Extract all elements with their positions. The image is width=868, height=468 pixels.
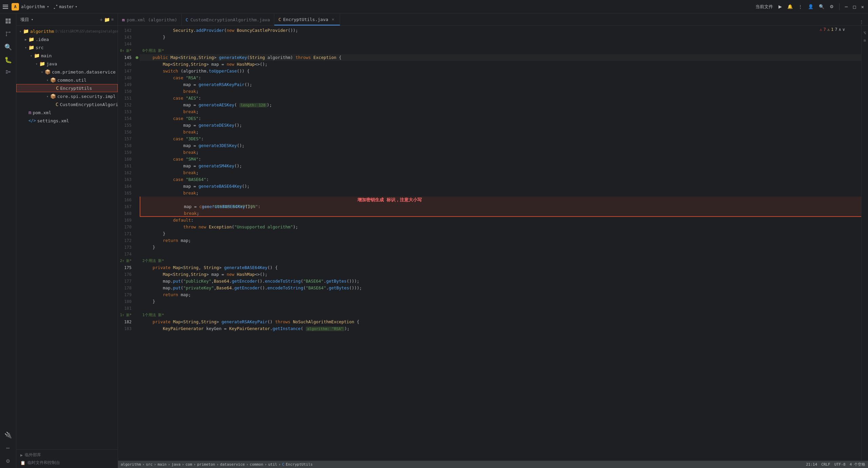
more-options-button[interactable]: ⋮ — [797, 3, 804, 11]
branch-badge[interactable]: master ▾ — [54, 4, 77, 9]
tree-item-com-primeton[interactable]: ▾ 📦 com.primeton.dataservice — [16, 68, 118, 76]
status-encoding[interactable]: UTF-8 — [834, 462, 846, 467]
code-area[interactable]: Security.addProvider(new BouncyCastlePro… — [140, 26, 861, 461]
right-panel-structure-icon[interactable]: ⌥ — [862, 30, 868, 36]
line-num-168: 168 — [119, 210, 132, 217]
activity-git-icon[interactable] — [2, 28, 14, 40]
code-line-169: default: — [140, 217, 861, 224]
current-file-menu[interactable]: 当前文件 — [754, 2, 774, 11]
activity-debug-icon[interactable]: 🐛 — [2, 54, 14, 66]
tree-item-main[interactable]: ▾ 📁 main — [16, 52, 118, 60]
tab-close-encrypt-utils[interactable]: ✕ — [330, 17, 336, 22]
line-num-156: 156 — [119, 129, 132, 136]
title-bar-right: 当前文件 ▶ 🔔 ⋮ 👤 🔍 ⚙ ─ □ ✕ — [754, 2, 865, 11]
tree-item-common-util[interactable]: ▾ 📦 common.util — [16, 76, 118, 84]
line-num-165: 165 — [119, 190, 132, 197]
code-line-148: case "RSA": — [140, 75, 861, 81]
code-line-180: } — [140, 298, 861, 305]
collapse-all-icon[interactable]: ≡ — [111, 17, 114, 22]
tab-more-options[interactable]: ⋮ — [858, 19, 865, 25]
xml-icon-pom: m — [28, 110, 31, 115]
app-logo: A — [12, 3, 19, 11]
status-position[interactable]: 21:14 — [806, 462, 817, 467]
activity-more-icon[interactable]: ⋯ — [2, 442, 14, 454]
activity-plugins-icon[interactable]: 🔌 — [2, 429, 14, 441]
minimize-button[interactable]: ─ — [844, 4, 849, 9]
code-line-164: map = generateBASE64Key(); — [140, 183, 861, 190]
right-panel-bookmark-icon[interactable]: m — [862, 37, 868, 43]
line-num-150: 150 — [119, 88, 132, 95]
code-line-176: Map<String,String> map = new HashMap<>()… — [140, 271, 861, 278]
search-button[interactable]: 🔍 — [817, 3, 826, 11]
close-button[interactable]: ✕ — [860, 4, 865, 9]
line-num-144: 144 — [119, 41, 132, 47]
tree-arrow-algorithm: ▾ — [18, 29, 23, 33]
folder-icon-main: 📁 — [34, 53, 40, 58]
code-line-173: } — [140, 244, 861, 251]
new-folder-icon[interactable]: 📁 — [104, 17, 110, 22]
code-line-144 — [140, 41, 861, 47]
tab-encrypt-utils[interactable]: C EncryptUtils.java ✕ — [274, 14, 340, 25]
editor-area: m pom.xml (algorithm) C CustomEncryption… — [118, 14, 868, 468]
line-num-154: 154 — [119, 115, 132, 122]
tree-item-encrypt-utils[interactable]: C EncryptUtils — [16, 84, 118, 92]
line-num-175: 175 — [119, 264, 132, 271]
line-num-145: 145 — [119, 54, 132, 61]
code-line-170: throw new Exception("Unsupported algorit… — [140, 224, 861, 230]
code-line-145: public Map<String,String> generateKey(St… — [140, 54, 861, 61]
breadcrumb-com: com — [185, 462, 192, 467]
fold-down-icon[interactable]: ∨ — [843, 27, 845, 32]
tree-item-idea[interactable]: ▶ 📁 .idea — [16, 35, 118, 43]
status-indent[interactable]: 4 个空格 — [850, 462, 865, 467]
branch-dropdown-arrow[interactable]: ▾ — [75, 5, 77, 8]
tree-item-custom-encryption[interactable]: C CustomEncryptionAlgorithm — [16, 100, 118, 108]
status-line-ending[interactable]: CRLF — [821, 462, 830, 467]
tree-item-src[interactable]: ▾ 📁 src — [16, 43, 118, 52]
code-line-154: case "DES": — [140, 115, 861, 122]
breadcrumb-dataservice: dataservice — [220, 462, 245, 467]
activity-settings-icon[interactable]: ⚙ — [2, 454, 14, 467]
code-line-146: Map<String,String> map = new HashMap<>()… — [140, 61, 861, 68]
tree-item-algorithm-root[interactable]: ▾ 📁 algorithm D:\Git\GRCM\GS\dataengine\… — [16, 27, 118, 35]
temp-files-item[interactable]: 📋 临时文件和控制台 — [16, 459, 118, 467]
code-line-143: } — [140, 34, 861, 41]
activity-project-icon[interactable] — [2, 15, 14, 27]
line-num-147: 147 — [119, 68, 132, 75]
notification-button[interactable]: 🔔 — [786, 3, 794, 11]
activity-bar: 🔍 🐛 🔌 ⋯ ⚙ — [0, 14, 16, 468]
settings-button[interactable]: ⚙ — [828, 3, 835, 11]
account-button[interactable]: 👤 — [807, 3, 815, 11]
svg-rect-5 — [8, 71, 10, 73]
error-icon: ⚠ — [820, 27, 822, 32]
tree-arrow-core-spi: ▾ — [45, 95, 50, 98]
hamburger-menu[interactable] — [3, 3, 9, 10]
new-file-icon[interactable]: + — [100, 17, 102, 22]
tree-label-settings: settings.xml — [37, 118, 69, 123]
line-num-153: 153 — [119, 108, 132, 115]
external-libs-item[interactable]: ▶ 临外部库 — [16, 451, 118, 459]
breadcrumb-util: util — [268, 462, 277, 467]
project-header-arrow[interactable]: ▾ — [31, 18, 33, 21]
tab-pom-xml[interactable]: m pom.xml (algorithm) — [118, 14, 182, 25]
sidebar-bottom: ▶ 临外部库 📋 临时文件和控制台 — [16, 449, 118, 468]
tree-item-core-spi[interactable]: ▾ 📦 core.spi.security.impl — [16, 92, 118, 100]
svg-line-7 — [7, 72, 8, 73]
maximize-button[interactable]: □ — [852, 4, 857, 9]
line-num-172: 172 — [119, 237, 132, 244]
code-line-161: map = generateSM4Key(); — [140, 163, 861, 169]
run-button[interactable]: ▶ — [777, 3, 783, 11]
tree-item-java[interactable]: ▾ 📁 java — [16, 60, 118, 68]
code-line-179: return map; — [140, 291, 861, 298]
activity-search-icon[interactable]: 🔍 — [2, 41, 14, 53]
breadcrumb-common: common — [250, 462, 263, 467]
code-line-171: } — [140, 230, 861, 237]
tree-item-pom-xml[interactable]: m pom.xml — [16, 108, 118, 117]
activity-structure-icon[interactable] — [2, 66, 14, 79]
branch-icon — [54, 5, 58, 9]
tree-arrow-common-util: ▾ — [45, 78, 50, 82]
tree-arrow-idea: ▶ — [23, 38, 28, 41]
tree-item-settings-xml[interactable]: </> settings.xml — [16, 117, 118, 125]
fold-up-icon[interactable]: ∧ — [839, 27, 841, 32]
tab-custom-encryption[interactable]: C CustomEncryptionAlgorithm.java — [182, 14, 275, 25]
project-dropdown-arrow[interactable]: ▾ — [47, 5, 49, 8]
